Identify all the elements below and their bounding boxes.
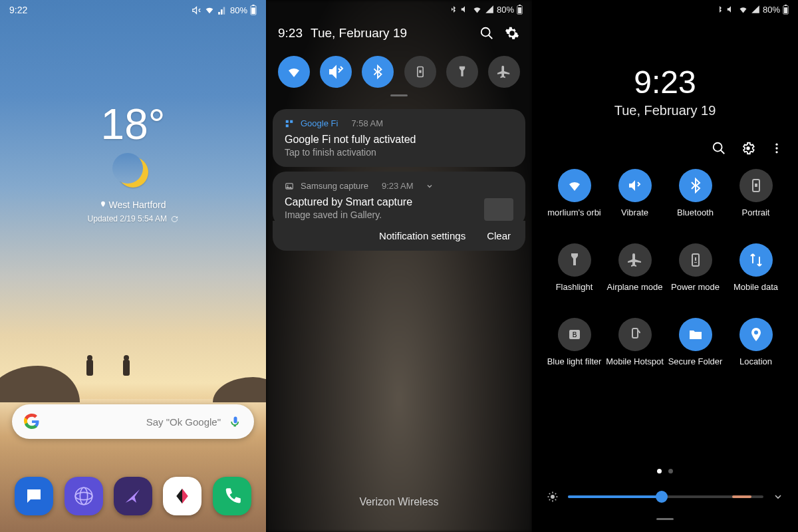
vibrate-icon bbox=[618, 169, 652, 202]
tile-label: Portrait bbox=[742, 207, 770, 227]
battery-text: 80% bbox=[763, 5, 780, 15]
notification-settings-button[interactable]: Notification settings bbox=[379, 230, 466, 241]
svg-rect-26 bbox=[755, 184, 757, 187]
rotation-lock-toggle[interactable] bbox=[404, 56, 436, 88]
bluetooth-toggle[interactable] bbox=[362, 56, 394, 88]
search-button[interactable] bbox=[479, 25, 495, 41]
svg-rect-30 bbox=[632, 329, 638, 338]
mic-icon[interactable] bbox=[229, 415, 242, 428]
moon-icon bbox=[118, 157, 148, 188]
page-dot-2 bbox=[668, 469, 673, 473]
qs-tile-mobile-data[interactable]: Mobile data bbox=[726, 243, 786, 302]
svg-point-23 bbox=[775, 147, 777, 149]
temperature: 18° bbox=[0, 100, 266, 149]
clear-button[interactable]: Clear bbox=[487, 230, 511, 241]
mute-icon bbox=[726, 5, 735, 14]
music-app[interactable] bbox=[163, 477, 201, 515]
secure-folder-icon bbox=[679, 318, 712, 351]
tile-label: morlium's orbi bbox=[547, 207, 601, 227]
svg-point-22 bbox=[775, 144, 777, 146]
shade-header: 9:23 Tue, February 19 bbox=[266, 25, 532, 41]
battery-icon bbox=[250, 5, 257, 15]
email-app[interactable] bbox=[114, 477, 152, 515]
portrait-icon bbox=[739, 169, 773, 202]
settings-button[interactable] bbox=[504, 25, 520, 41]
battery-text: 80% bbox=[497, 5, 514, 15]
app-dock bbox=[0, 472, 266, 520]
svg-rect-19 bbox=[784, 7, 787, 13]
qs-tile-hotspot[interactable]: Mobile Hotspot bbox=[604, 318, 665, 376]
settings-button[interactable] bbox=[741, 141, 755, 156]
notif-time: 7:58 AM bbox=[351, 118, 383, 128]
svg-point-21 bbox=[746, 146, 750, 150]
notification-google-fi[interactable]: Google Fi 7:58 AM Google Fi not fully ac… bbox=[273, 109, 525, 167]
qs-tile-secure-folder[interactable]: Secure Folder bbox=[665, 318, 726, 376]
drag-handle[interactable] bbox=[656, 518, 674, 520]
tile-label: Mobile data bbox=[733, 282, 778, 302]
weather-widget[interactable]: 18° West Hartford Updated 2/19 5:54 AM bbox=[0, 100, 266, 223]
wifi-icon bbox=[204, 5, 215, 15]
quick-toggle-row bbox=[266, 56, 532, 88]
tile-label: Power mode bbox=[671, 282, 720, 302]
hotspot-icon bbox=[618, 318, 652, 351]
signal-icon bbox=[485, 5, 494, 14]
clock-widget: 9:23 Tue, February 19 bbox=[532, 64, 798, 118]
wifi-icon bbox=[738, 5, 748, 15]
svg-point-3 bbox=[75, 487, 92, 505]
battery-icon bbox=[517, 5, 523, 15]
svg-point-5 bbox=[80, 487, 87, 505]
status-bar: 9:22 80% bbox=[0, 0, 266, 20]
tile-label: Secure Folder bbox=[668, 356, 723, 376]
messages-app[interactable] bbox=[15, 477, 53, 515]
quick-settings-panel: 80% 9:23 Tue, February 19 morlium's orbi… bbox=[532, 0, 798, 532]
qs-tile-blue-light[interactable]: BBlue light filter bbox=[544, 318, 604, 376]
brightness-row bbox=[547, 491, 783, 503]
tile-label: Airplane mode bbox=[607, 282, 663, 302]
search-hint: Say "Ok Google" bbox=[40, 416, 229, 428]
qs-tile-power[interactable]: Power mode bbox=[665, 243, 726, 302]
wifi-icon bbox=[472, 5, 482, 15]
updated-label: Updated 2/19 5:54 AM bbox=[0, 214, 266, 223]
svg-rect-13 bbox=[290, 120, 293, 122]
brightness-icon bbox=[547, 491, 559, 503]
drag-handle[interactable] bbox=[390, 94, 408, 96]
qs-tile-location[interactable]: Location bbox=[726, 318, 786, 376]
qs-tile-flashlight[interactable]: Flashlight bbox=[544, 243, 604, 302]
signal-icon bbox=[217, 5, 227, 15]
phone-app[interactable] bbox=[213, 477, 251, 515]
airplane-toggle[interactable] bbox=[488, 56, 520, 88]
home-screen: 9:22 80% 18° West Hartford Update bbox=[0, 0, 266, 532]
expand-brightness-button[interactable] bbox=[773, 491, 783, 502]
overflow-button[interactable] bbox=[770, 142, 783, 155]
qs-tile-bluetooth[interactable]: Bluetooth bbox=[665, 169, 726, 227]
screenshot-thumbnail[interactable] bbox=[484, 198, 513, 221]
notification-samsung-capture[interactable]: Samsung capture 9:23 AM Captured by Smar… bbox=[273, 172, 525, 227]
qs-tile-wifi[interactable]: morlium's orbi bbox=[544, 169, 604, 227]
tile-label: Bluetooth bbox=[677, 207, 714, 227]
bluetooth-icon bbox=[716, 5, 724, 13]
flashlight-icon bbox=[558, 243, 591, 277]
tile-label: Vibrate bbox=[621, 207, 648, 227]
wifi-toggle[interactable] bbox=[278, 56, 310, 88]
carrier-label: Verizon Wireless bbox=[266, 496, 532, 508]
brightness-slider[interactable] bbox=[568, 495, 763, 498]
airplane-icon bbox=[618, 243, 652, 277]
qs-tile-portrait[interactable]: Portrait bbox=[726, 169, 786, 227]
search-button[interactable] bbox=[712, 141, 726, 156]
flashlight-toggle[interactable] bbox=[446, 56, 478, 88]
vibrate-toggle[interactable] bbox=[320, 56, 352, 88]
page-indicator[interactable] bbox=[532, 469, 798, 473]
svg-rect-11 bbox=[419, 70, 421, 73]
qs-tile-airplane[interactable]: Airplane mode bbox=[604, 243, 665, 302]
browser-app[interactable] bbox=[65, 477, 103, 515]
svg-rect-1 bbox=[252, 5, 254, 6]
google-search-bar[interactable]: Say "Ok Google" bbox=[12, 404, 254, 439]
svg-rect-14 bbox=[286, 124, 289, 127]
shade-date: Tue, February 19 bbox=[311, 26, 469, 41]
qs-tile-vibrate[interactable]: Vibrate bbox=[604, 169, 665, 227]
shade-time: 9:23 bbox=[278, 26, 303, 41]
notif-body: Image saved in Gallery. bbox=[285, 209, 513, 220]
bluetooth-icon bbox=[450, 5, 458, 13]
chevron-down-icon[interactable] bbox=[426, 182, 434, 190]
notification-shade: 80% 9:23 Tue, February 19 Google Fi 7:58… bbox=[266, 0, 532, 532]
